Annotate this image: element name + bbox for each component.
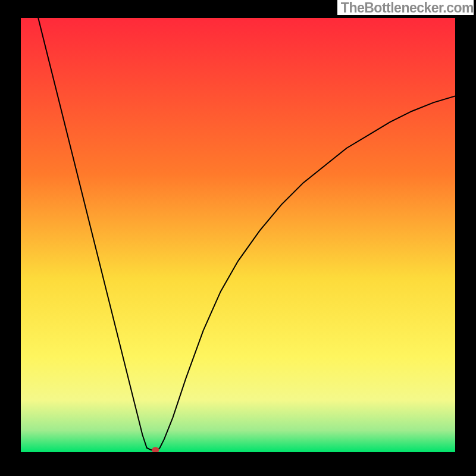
chart-svg: [21, 18, 455, 452]
chart-frame: TheBottlenecker.com: [0, 0, 476, 476]
gradient-background: [21, 18, 455, 452]
attribution-label: TheBottlenecker.com: [337, 0, 474, 15]
plot-area: [21, 18, 455, 452]
